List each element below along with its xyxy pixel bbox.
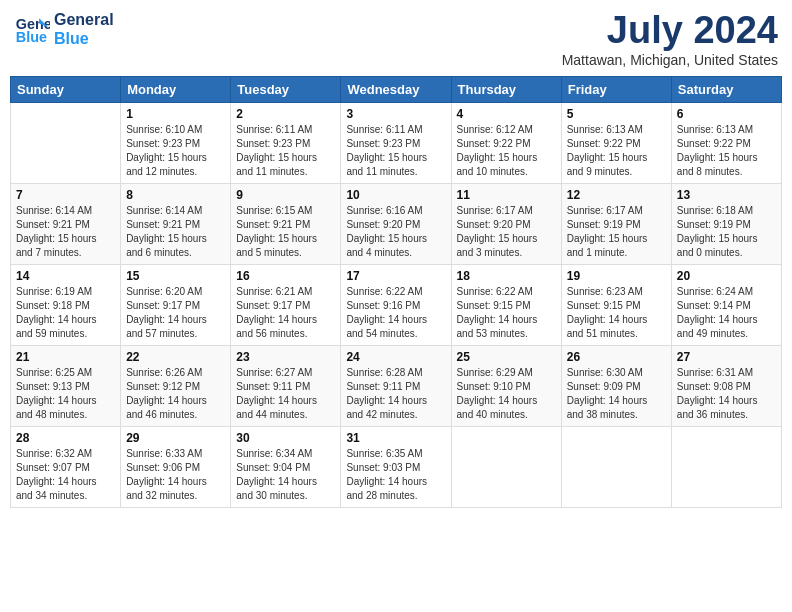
day-cell: 17Sunrise: 6:22 AMSunset: 9:16 PMDayligh… <box>341 264 451 345</box>
day-info: Sunrise: 6:19 AMSunset: 9:18 PMDaylight:… <box>16 285 115 341</box>
day-cell: 8Sunrise: 6:14 AMSunset: 9:21 PMDaylight… <box>121 183 231 264</box>
title-section: July 2024 Mattawan, Michigan, United Sta… <box>562 10 778 68</box>
logo-line1: General <box>54 10 114 29</box>
day-cell: 13Sunrise: 6:18 AMSunset: 9:19 PMDayligh… <box>671 183 781 264</box>
day-number: 2 <box>236 107 335 121</box>
day-cell: 1Sunrise: 6:10 AMSunset: 9:23 PMDaylight… <box>121 102 231 183</box>
day-info: Sunrise: 6:18 AMSunset: 9:19 PMDaylight:… <box>677 204 776 260</box>
day-info: Sunrise: 6:15 AMSunset: 9:21 PMDaylight:… <box>236 204 335 260</box>
day-info: Sunrise: 6:30 AMSunset: 9:09 PMDaylight:… <box>567 366 666 422</box>
day-number: 20 <box>677 269 776 283</box>
day-cell: 20Sunrise: 6:24 AMSunset: 9:14 PMDayligh… <box>671 264 781 345</box>
day-number: 18 <box>457 269 556 283</box>
day-info: Sunrise: 6:32 AMSunset: 9:07 PMDaylight:… <box>16 447 115 503</box>
day-cell: 21Sunrise: 6:25 AMSunset: 9:13 PMDayligh… <box>11 345 121 426</box>
day-info: Sunrise: 6:21 AMSunset: 9:17 PMDaylight:… <box>236 285 335 341</box>
day-number: 29 <box>126 431 225 445</box>
day-number: 23 <box>236 350 335 364</box>
day-info: Sunrise: 6:13 AMSunset: 9:22 PMDaylight:… <box>677 123 776 179</box>
week-row-2: 7Sunrise: 6:14 AMSunset: 9:21 PMDaylight… <box>11 183 782 264</box>
day-cell: 16Sunrise: 6:21 AMSunset: 9:17 PMDayligh… <box>231 264 341 345</box>
col-header-tuesday: Tuesday <box>231 76 341 102</box>
day-cell <box>671 426 781 507</box>
day-cell: 14Sunrise: 6:19 AMSunset: 9:18 PMDayligh… <box>11 264 121 345</box>
day-info: Sunrise: 6:22 AMSunset: 9:15 PMDaylight:… <box>457 285 556 341</box>
day-info: Sunrise: 6:34 AMSunset: 9:04 PMDaylight:… <box>236 447 335 503</box>
day-info: Sunrise: 6:35 AMSunset: 9:03 PMDaylight:… <box>346 447 445 503</box>
day-info: Sunrise: 6:14 AMSunset: 9:21 PMDaylight:… <box>126 204 225 260</box>
day-info: Sunrise: 6:17 AMSunset: 9:19 PMDaylight:… <box>567 204 666 260</box>
day-info: Sunrise: 6:31 AMSunset: 9:08 PMDaylight:… <box>677 366 776 422</box>
header-row: SundayMondayTuesdayWednesdayThursdayFrid… <box>11 76 782 102</box>
day-cell: 19Sunrise: 6:23 AMSunset: 9:15 PMDayligh… <box>561 264 671 345</box>
calendar-title: July 2024 <box>562 10 778 52</box>
day-number: 16 <box>236 269 335 283</box>
day-info: Sunrise: 6:27 AMSunset: 9:11 PMDaylight:… <box>236 366 335 422</box>
day-info: Sunrise: 6:28 AMSunset: 9:11 PMDaylight:… <box>346 366 445 422</box>
day-number: 14 <box>16 269 115 283</box>
day-cell: 11Sunrise: 6:17 AMSunset: 9:20 PMDayligh… <box>451 183 561 264</box>
day-number: 13 <box>677 188 776 202</box>
day-info: Sunrise: 6:24 AMSunset: 9:14 PMDaylight:… <box>677 285 776 341</box>
day-cell: 18Sunrise: 6:22 AMSunset: 9:15 PMDayligh… <box>451 264 561 345</box>
day-info: Sunrise: 6:29 AMSunset: 9:10 PMDaylight:… <box>457 366 556 422</box>
day-info: Sunrise: 6:14 AMSunset: 9:21 PMDaylight:… <box>16 204 115 260</box>
day-cell <box>11 102 121 183</box>
day-info: Sunrise: 6:11 AMSunset: 9:23 PMDaylight:… <box>236 123 335 179</box>
header: General Blue General Blue July 2024 Matt… <box>10 10 782 68</box>
day-number: 17 <box>346 269 445 283</box>
day-info: Sunrise: 6:25 AMSunset: 9:13 PMDaylight:… <box>16 366 115 422</box>
day-number: 27 <box>677 350 776 364</box>
day-cell: 4Sunrise: 6:12 AMSunset: 9:22 PMDaylight… <box>451 102 561 183</box>
col-header-friday: Friday <box>561 76 671 102</box>
day-cell: 7Sunrise: 6:14 AMSunset: 9:21 PMDaylight… <box>11 183 121 264</box>
day-cell: 26Sunrise: 6:30 AMSunset: 9:09 PMDayligh… <box>561 345 671 426</box>
col-header-wednesday: Wednesday <box>341 76 451 102</box>
week-row-1: 1Sunrise: 6:10 AMSunset: 9:23 PMDaylight… <box>11 102 782 183</box>
day-info: Sunrise: 6:22 AMSunset: 9:16 PMDaylight:… <box>346 285 445 341</box>
day-number: 5 <box>567 107 666 121</box>
logo: General Blue General Blue <box>14 10 114 48</box>
day-info: Sunrise: 6:20 AMSunset: 9:17 PMDaylight:… <box>126 285 225 341</box>
day-info: Sunrise: 6:10 AMSunset: 9:23 PMDaylight:… <box>126 123 225 179</box>
day-cell: 3Sunrise: 6:11 AMSunset: 9:23 PMDaylight… <box>341 102 451 183</box>
day-cell: 24Sunrise: 6:28 AMSunset: 9:11 PMDayligh… <box>341 345 451 426</box>
day-info: Sunrise: 6:33 AMSunset: 9:06 PMDaylight:… <box>126 447 225 503</box>
day-cell: 9Sunrise: 6:15 AMSunset: 9:21 PMDaylight… <box>231 183 341 264</box>
day-number: 10 <box>346 188 445 202</box>
day-cell: 27Sunrise: 6:31 AMSunset: 9:08 PMDayligh… <box>671 345 781 426</box>
day-cell: 12Sunrise: 6:17 AMSunset: 9:19 PMDayligh… <box>561 183 671 264</box>
svg-text:Blue: Blue <box>16 29 47 45</box>
day-number: 26 <box>567 350 666 364</box>
week-row-4: 21Sunrise: 6:25 AMSunset: 9:13 PMDayligh… <box>11 345 782 426</box>
day-info: Sunrise: 6:26 AMSunset: 9:12 PMDaylight:… <box>126 366 225 422</box>
day-number: 31 <box>346 431 445 445</box>
day-cell <box>561 426 671 507</box>
day-info: Sunrise: 6:11 AMSunset: 9:23 PMDaylight:… <box>346 123 445 179</box>
day-number: 15 <box>126 269 225 283</box>
day-info: Sunrise: 6:13 AMSunset: 9:22 PMDaylight:… <box>567 123 666 179</box>
day-number: 8 <box>126 188 225 202</box>
day-cell: 22Sunrise: 6:26 AMSunset: 9:12 PMDayligh… <box>121 345 231 426</box>
day-info: Sunrise: 6:12 AMSunset: 9:22 PMDaylight:… <box>457 123 556 179</box>
day-cell: 15Sunrise: 6:20 AMSunset: 9:17 PMDayligh… <box>121 264 231 345</box>
col-header-monday: Monday <box>121 76 231 102</box>
day-cell: 31Sunrise: 6:35 AMSunset: 9:03 PMDayligh… <box>341 426 451 507</box>
day-info: Sunrise: 6:16 AMSunset: 9:20 PMDaylight:… <box>346 204 445 260</box>
day-cell: 10Sunrise: 6:16 AMSunset: 9:20 PMDayligh… <box>341 183 451 264</box>
day-cell: 2Sunrise: 6:11 AMSunset: 9:23 PMDaylight… <box>231 102 341 183</box>
col-header-thursday: Thursday <box>451 76 561 102</box>
day-number: 25 <box>457 350 556 364</box>
day-cell: 28Sunrise: 6:32 AMSunset: 9:07 PMDayligh… <box>11 426 121 507</box>
col-header-sunday: Sunday <box>11 76 121 102</box>
day-number: 9 <box>236 188 335 202</box>
logo-line2: Blue <box>54 29 114 48</box>
day-number: 12 <box>567 188 666 202</box>
day-number: 19 <box>567 269 666 283</box>
week-row-5: 28Sunrise: 6:32 AMSunset: 9:07 PMDayligh… <box>11 426 782 507</box>
day-number: 3 <box>346 107 445 121</box>
day-cell: 30Sunrise: 6:34 AMSunset: 9:04 PMDayligh… <box>231 426 341 507</box>
day-info: Sunrise: 6:23 AMSunset: 9:15 PMDaylight:… <box>567 285 666 341</box>
col-header-saturday: Saturday <box>671 76 781 102</box>
day-cell: 5Sunrise: 6:13 AMSunset: 9:22 PMDaylight… <box>561 102 671 183</box>
